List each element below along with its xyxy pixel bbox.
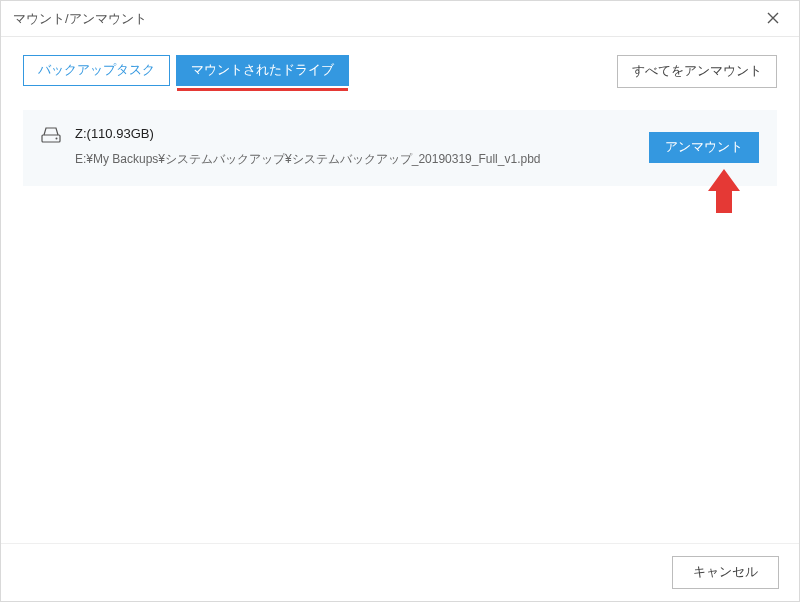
cancel-button[interactable]: キャンセル bbox=[672, 556, 779, 589]
unmount-button[interactable]: アンマウント bbox=[649, 132, 759, 163]
tab-group: バックアップタスク マウントされたドライブ bbox=[23, 55, 349, 86]
close-icon bbox=[767, 10, 779, 28]
drive-list: Z:(110.93GB) E:¥My Backups¥システムバックアップ¥シス… bbox=[1, 100, 799, 196]
drive-icon bbox=[41, 126, 61, 144]
drive-label: Z:(110.93GB) bbox=[75, 126, 635, 141]
footer: キャンセル bbox=[1, 543, 799, 601]
window-title: マウント/アンマウント bbox=[13, 10, 759, 28]
svg-point-1 bbox=[56, 138, 58, 140]
drive-item: Z:(110.93GB) E:¥My Backups¥システムバックアップ¥シス… bbox=[23, 110, 777, 186]
tab-backup-tasks[interactable]: バックアップタスク bbox=[23, 55, 170, 86]
titlebar: マウント/アンマウント bbox=[1, 1, 799, 37]
toolbar: バックアップタスク マウントされたドライブ すべてをアンマウント bbox=[1, 37, 799, 100]
tab-mounted-drives[interactable]: マウントされたドライブ bbox=[176, 55, 349, 86]
drive-info: Z:(110.93GB) E:¥My Backups¥システムバックアップ¥シス… bbox=[75, 126, 635, 168]
close-button[interactable] bbox=[759, 5, 787, 33]
drive-path: E:¥My Backups¥システムバックアップ¥システムバックアップ_2019… bbox=[75, 151, 635, 168]
unmount-all-button[interactable]: すべてをアンマウント bbox=[617, 55, 777, 88]
